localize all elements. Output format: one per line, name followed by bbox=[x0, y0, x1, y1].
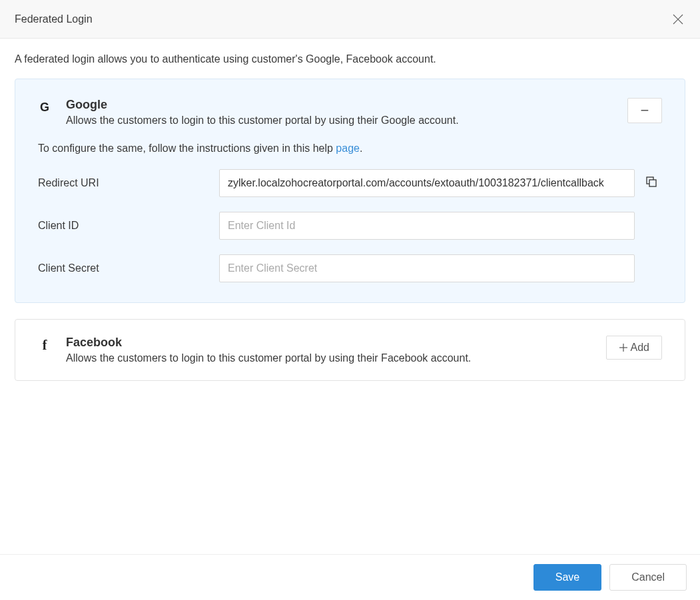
provider-info-google: Google Allows the customers to login to … bbox=[66, 98, 459, 127]
add-button-label: Add bbox=[631, 342, 649, 354]
google-icon: G bbox=[38, 101, 51, 114]
intro-text: A federated login allows you to authenti… bbox=[15, 53, 685, 65]
add-button-facebook[interactable]: Add bbox=[606, 336, 662, 360]
modal-footer: Save Cancel bbox=[0, 554, 700, 600]
instruction-link[interactable]: page bbox=[336, 143, 360, 154]
svg-rect-3 bbox=[649, 180, 656, 186]
input-client-secret[interactable] bbox=[219, 254, 635, 282]
provider-card-google: G Google Allows the customers to login t… bbox=[15, 79, 685, 303]
input-client-id[interactable] bbox=[219, 212, 635, 240]
label-redirect-uri: Redirect URI bbox=[38, 177, 211, 189]
instruction-prefix: To configure the same, follow the instru… bbox=[38, 143, 336, 154]
provider-card-facebook: f Facebook Allows the customers to login… bbox=[15, 319, 685, 381]
modal-title: Federated Login bbox=[15, 13, 93, 25]
plus-icon bbox=[619, 343, 628, 352]
provider-info-facebook: Facebook Allows the customers to login t… bbox=[66, 336, 471, 364]
provider-desc-facebook: Allows the customers to login to this cu… bbox=[66, 352, 471, 364]
collapse-button-google[interactable]: − bbox=[627, 98, 662, 123]
provider-head-facebook: f Facebook Allows the customers to login… bbox=[38, 336, 662, 364]
row-client-secret: Client Secret bbox=[38, 254, 662, 282]
copy-button[interactable] bbox=[643, 173, 660, 193]
modal-header: Federated Login bbox=[0, 0, 700, 39]
close-button[interactable] bbox=[668, 9, 688, 29]
facebook-icon: f bbox=[38, 338, 51, 352]
cancel-button[interactable]: Cancel bbox=[609, 564, 687, 591]
modal-content: A federated login allows you to authenti… bbox=[0, 39, 700, 412]
input-redirect-uri[interactable] bbox=[219, 169, 635, 197]
provider-title-facebook: Facebook bbox=[66, 336, 471, 350]
row-redirect-uri: Redirect URI bbox=[38, 169, 662, 197]
instruction-text: To configure the same, follow the instru… bbox=[38, 143, 662, 154]
provider-desc-google: Allows the customers to login to this cu… bbox=[66, 115, 459, 127]
save-button[interactable]: Save bbox=[533, 564, 601, 591]
label-client-id: Client ID bbox=[38, 220, 211, 232]
minus-icon: − bbox=[641, 103, 649, 118]
instruction-suffix: . bbox=[360, 143, 362, 154]
close-icon bbox=[672, 13, 684, 25]
provider-left-google: G Google Allows the customers to login t… bbox=[38, 98, 459, 127]
label-client-secret: Client Secret bbox=[38, 262, 211, 274]
provider-title-google: Google bbox=[66, 98, 459, 112]
row-client-id: Client ID bbox=[38, 212, 662, 240]
provider-head-google: G Google Allows the customers to login t… bbox=[38, 98, 662, 127]
copy-icon bbox=[645, 176, 657, 188]
provider-left-facebook: f Facebook Allows the customers to login… bbox=[38, 336, 471, 364]
